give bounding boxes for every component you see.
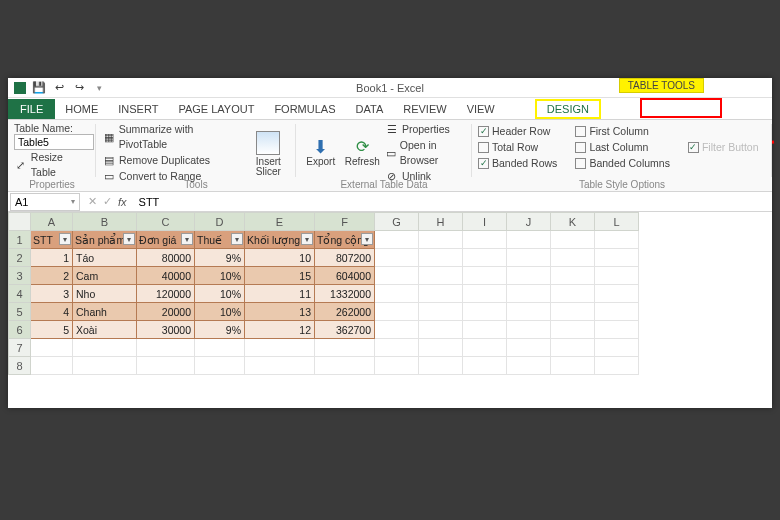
tab-view[interactable]: VIEW [457, 99, 505, 119]
empty-cell[interactable] [245, 339, 315, 357]
table-header-cell[interactable]: Tổng cộng▾ [315, 231, 375, 249]
tab-design[interactable]: DESIGN [535, 99, 601, 119]
resize-table-button[interactable]: ⤢Resize Table [14, 150, 90, 180]
row-header[interactable]: 4 [9, 285, 31, 303]
table-cell[interactable]: 2 [31, 267, 73, 285]
col-header[interactable]: I [463, 213, 507, 231]
table-header-cell[interactable]: Thuế▾ [195, 231, 245, 249]
table-header-cell[interactable]: Khối lượng▾ [245, 231, 315, 249]
col-header[interactable]: E [245, 213, 315, 231]
empty-cell[interactable] [507, 303, 551, 321]
empty-cell[interactable] [551, 285, 595, 303]
table-cell[interactable]: 5 [31, 321, 73, 339]
empty-cell[interactable] [375, 321, 419, 339]
empty-cell[interactable] [315, 339, 375, 357]
empty-cell[interactable] [195, 339, 245, 357]
empty-cell[interactable] [551, 267, 595, 285]
row-header[interactable]: 1 [9, 231, 31, 249]
tab-formulas[interactable]: FORMULAS [264, 99, 345, 119]
col-header[interactable]: F [315, 213, 375, 231]
empty-cell[interactable] [375, 267, 419, 285]
table-cell[interactable]: 3 [31, 285, 73, 303]
tablename-input[interactable] [14, 134, 94, 150]
insert-slicer-button[interactable]: Insert Slicer [247, 131, 290, 178]
empty-cell[interactable] [507, 357, 551, 375]
empty-cell[interactable] [551, 303, 595, 321]
empty-cell[interactable] [551, 339, 595, 357]
summarize-pivot-button[interactable]: ▦Summarize with PivotTable [102, 122, 243, 152]
empty-cell[interactable] [419, 357, 463, 375]
name-box[interactable]: A1▾ [10, 193, 80, 211]
empty-cell[interactable] [551, 249, 595, 267]
table-cell[interactable]: 362700 [315, 321, 375, 339]
tab-review[interactable]: REVIEW [393, 99, 456, 119]
empty-cell[interactable] [375, 249, 419, 267]
checkbox-banded_c[interactable]: Banded Columns [575, 156, 670, 171]
tab-home[interactable]: HOME [55, 99, 108, 119]
empty-cell[interactable] [137, 357, 195, 375]
empty-cell[interactable] [137, 339, 195, 357]
empty-cell[interactable] [595, 357, 639, 375]
checkbox-firstcol[interactable]: First Column [575, 124, 670, 139]
table-cell[interactable]: Nho [73, 285, 137, 303]
table-cell[interactable]: 20000 [137, 303, 195, 321]
table-cell[interactable]: 1 [31, 249, 73, 267]
col-header[interactable]: D [195, 213, 245, 231]
empty-cell[interactable] [419, 267, 463, 285]
redo-icon[interactable]: ↪ [72, 81, 86, 95]
col-header[interactable]: J [507, 213, 551, 231]
table-cell[interactable]: Chanh [73, 303, 137, 321]
table-cell[interactable]: 15 [245, 267, 315, 285]
table-cell[interactable]: 10 [245, 249, 315, 267]
empty-cell[interactable] [595, 303, 639, 321]
empty-cell[interactable] [507, 249, 551, 267]
col-header[interactable]: K [551, 213, 595, 231]
col-header[interactable]: G [375, 213, 419, 231]
empty-cell[interactable] [463, 231, 507, 249]
empty-cell[interactable] [375, 231, 419, 249]
empty-cell[interactable] [375, 357, 419, 375]
empty-cell[interactable] [595, 267, 639, 285]
empty-cell[interactable] [463, 303, 507, 321]
row-header[interactable]: 2 [9, 249, 31, 267]
empty-cell[interactable] [507, 267, 551, 285]
remove-duplicates-button[interactable]: ▤Remove Duplicates [102, 153, 243, 168]
empty-cell[interactable] [551, 231, 595, 249]
row-header[interactable]: 3 [9, 267, 31, 285]
empty-cell[interactable] [507, 231, 551, 249]
checkbox-header[interactable]: ✓Header Row [478, 124, 557, 139]
table-cell[interactable]: 10% [195, 303, 245, 321]
empty-cell[interactable] [419, 285, 463, 303]
table-header-cell[interactable]: Đơn giá▾ [137, 231, 195, 249]
col-header[interactable]: B [73, 213, 137, 231]
qat-more-icon[interactable]: ▾ [92, 81, 106, 95]
empty-cell[interactable] [419, 321, 463, 339]
empty-cell[interactable] [375, 303, 419, 321]
empty-cell[interactable] [463, 285, 507, 303]
empty-cell[interactable] [551, 357, 595, 375]
worksheet-grid[interactable]: ABCDEFGHIJKL1STT▾Sản phẩm▾Đơn giá▾Thuế▾K… [8, 212, 772, 375]
empty-cell[interactable] [375, 285, 419, 303]
empty-cell[interactable] [551, 321, 595, 339]
table-cell[interactable]: 10% [195, 285, 245, 303]
empty-cell[interactable] [419, 231, 463, 249]
filter-dropdown-icon[interactable]: ▾ [181, 233, 193, 245]
row-header[interactable]: 8 [9, 357, 31, 375]
tab-data[interactable]: DATA [346, 99, 394, 119]
fx-icon[interactable]: fx [118, 196, 127, 208]
table-cell[interactable]: 13 [245, 303, 315, 321]
empty-cell[interactable] [315, 357, 375, 375]
row-header[interactable]: 7 [9, 339, 31, 357]
table-cell[interactable]: 120000 [137, 285, 195, 303]
table-cell[interactable]: 604000 [315, 267, 375, 285]
undo-icon[interactable]: ↩ [52, 81, 66, 95]
checkbox-filter[interactable]: ✓Filter Button [688, 140, 759, 155]
empty-cell[interactable] [507, 321, 551, 339]
checkbox-total[interactable]: Total Row [478, 140, 557, 155]
empty-cell[interactable] [595, 249, 639, 267]
empty-cell[interactable] [31, 339, 73, 357]
filter-dropdown-icon[interactable]: ▾ [231, 233, 243, 245]
empty-cell[interactable] [595, 231, 639, 249]
empty-cell[interactable] [419, 249, 463, 267]
empty-cell[interactable] [507, 339, 551, 357]
